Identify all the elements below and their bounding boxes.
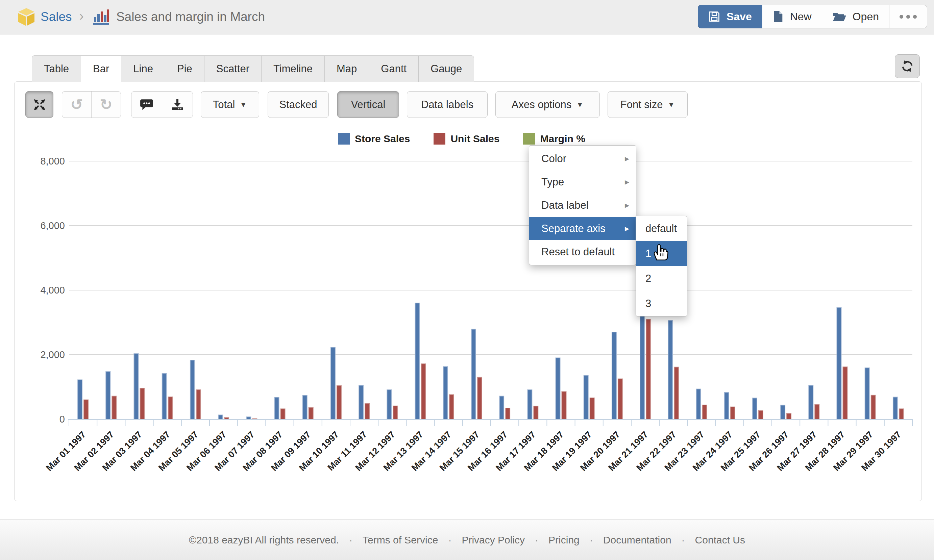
- bar-unit-sales[interactable]: [843, 367, 848, 419]
- bar-store-sales[interactable]: [275, 397, 279, 419]
- download-icon: [171, 98, 184, 111]
- undo-button[interactable]: ↺: [62, 92, 91, 117]
- stacked-button[interactable]: Stacked: [268, 91, 329, 118]
- total-button[interactable]: Total ▼: [201, 91, 259, 118]
- bar-unit-sales[interactable]: [253, 419, 257, 419]
- bar-unit-sales[interactable]: [506, 408, 510, 419]
- bar-unit-sales[interactable]: [478, 377, 482, 419]
- bar-store-sales[interactable]: [387, 390, 391, 419]
- bar-store-sales[interactable]: [190, 360, 195, 419]
- bar-store-sales[interactable]: [331, 347, 335, 419]
- bar-unit-sales[interactable]: [899, 409, 903, 419]
- tab-bar[interactable]: Bar: [81, 55, 121, 82]
- bar-store-sales[interactable]: [724, 392, 729, 419]
- bar-store-sales[interactable]: [415, 303, 420, 419]
- tab-pie[interactable]: Pie: [165, 55, 205, 82]
- tab-gantt[interactable]: Gantt: [369, 55, 419, 82]
- tab-gauge[interactable]: Gauge: [418, 55, 474, 82]
- bar-unit-sales[interactable]: [787, 414, 791, 419]
- bar-unit-sales[interactable]: [703, 405, 707, 419]
- menu-item-color[interactable]: Color▸: [529, 147, 636, 170]
- fullscreen-button[interactable]: [25, 91, 53, 118]
- bar-store-sales[interactable]: [78, 380, 82, 419]
- bar-unit-sales[interactable]: [281, 409, 285, 419]
- legend-item-unit-sales[interactable]: Unit Sales: [433, 133, 499, 145]
- bar-unit-sales[interactable]: [646, 319, 650, 419]
- bar-store-sales[interactable]: [837, 308, 842, 419]
- bar-unit-sales[interactable]: [871, 395, 875, 419]
- bar-unit-sales[interactable]: [84, 400, 88, 419]
- bar-unit-sales[interactable]: [674, 367, 678, 419]
- bar-store-sales[interactable]: [359, 385, 363, 419]
- bar-unit-sales[interactable]: [618, 379, 623, 419]
- legend-item-store-sales[interactable]: Store Sales: [338, 133, 410, 145]
- bar-unit-sales[interactable]: [815, 404, 819, 419]
- separate-axis-submenu: default123: [636, 216, 687, 317]
- tab-map[interactable]: Map: [324, 55, 369, 82]
- comment-button[interactable]: [131, 92, 162, 117]
- submenu-item-2[interactable]: 2: [636, 266, 687, 291]
- bar-store-sales[interactable]: [865, 368, 869, 419]
- tab-line[interactable]: Line: [121, 55, 165, 82]
- bar-unit-sales[interactable]: [224, 417, 229, 419]
- bar-unit-sales[interactable]: [590, 398, 594, 419]
- bar-unit-sales[interactable]: [393, 406, 398, 419]
- font-size-button[interactable]: Font size ▼: [607, 91, 687, 118]
- bar-store-sales[interactable]: [106, 372, 110, 419]
- data-labels-button[interactable]: Data labels: [407, 91, 488, 118]
- bar-unit-sales[interactable]: [449, 394, 454, 419]
- bar-store-sales[interactable]: [612, 332, 617, 419]
- bar-store-sales[interactable]: [303, 395, 307, 419]
- axes-options-button[interactable]: Axes options ▼: [495, 91, 600, 118]
- bar-unit-sales[interactable]: [309, 408, 313, 419]
- bar-store-sales[interactable]: [218, 415, 223, 419]
- tab-timeline[interactable]: Timeline: [261, 55, 325, 82]
- submenu-item-3[interactable]: 3: [636, 291, 687, 316]
- redo-button[interactable]: ↻: [91, 92, 121, 117]
- bar-store-sales[interactable]: [134, 354, 139, 419]
- bar-unit-sales[interactable]: [731, 407, 735, 419]
- bar-store-sales[interactable]: [247, 417, 251, 419]
- bar-store-sales[interactable]: [584, 375, 588, 419]
- bar-store-sales[interactable]: [443, 366, 448, 419]
- bar-store-sales[interactable]: [893, 397, 897, 419]
- tab-table[interactable]: Table: [32, 55, 81, 82]
- bar-unit-sales[interactable]: [758, 411, 763, 419]
- submenu-arrow-icon: ▸: [625, 170, 629, 194]
- bar-store-sales[interactable]: [162, 373, 166, 419]
- bar-store-sales[interactable]: [499, 396, 504, 419]
- menu-item-label: Reset to default: [541, 246, 615, 258]
- legend-swatch: [523, 133, 535, 145]
- bar-store-sales[interactable]: [697, 389, 701, 419]
- menu-item-data-label[interactable]: Data label▸: [529, 194, 636, 217]
- data-labels-label: Data labels: [421, 98, 473, 111]
- bar-store-sales[interactable]: [527, 390, 532, 419]
- bar-unit-sales[interactable]: [421, 364, 426, 419]
- bar-unit-sales[interactable]: [562, 391, 566, 419]
- bar-store-sales[interactable]: [781, 405, 785, 419]
- menu-item-reset-to-default[interactable]: Reset to default: [529, 240, 636, 263]
- bar-store-sales[interactable]: [809, 385, 813, 419]
- bar-store-sales[interactable]: [668, 320, 672, 419]
- bar-unit-sales[interactable]: [168, 397, 173, 419]
- bar-unit-sales[interactable]: [337, 386, 341, 419]
- menu-item-type[interactable]: Type▸: [529, 170, 636, 194]
- download-button[interactable]: [162, 92, 193, 117]
- bar-store-sales[interactable]: [752, 398, 757, 419]
- vertical-button[interactable]: Vertical: [337, 91, 399, 118]
- tab-scatter[interactable]: Scatter: [204, 55, 262, 82]
- menu-item-separate-axis[interactable]: Separate axis▸: [529, 217, 636, 240]
- y-axis-label: 8,000: [40, 156, 65, 166]
- bar-unit-sales[interactable]: [112, 396, 116, 419]
- legend-item-margin-[interactable]: Margin %: [523, 133, 585, 145]
- font-size-label: Font size: [620, 98, 663, 111]
- bar-store-sales[interactable]: [472, 329, 476, 419]
- bar-unit-sales[interactable]: [196, 390, 201, 419]
- bar-unit-sales[interactable]: [140, 388, 145, 419]
- submenu-item-default[interactable]: default: [636, 216, 687, 241]
- legend-swatch: [433, 133, 445, 145]
- bar-unit-sales[interactable]: [365, 403, 369, 419]
- total-label: Total: [213, 98, 235, 111]
- bar-store-sales[interactable]: [556, 358, 560, 419]
- bar-unit-sales[interactable]: [533, 406, 538, 419]
